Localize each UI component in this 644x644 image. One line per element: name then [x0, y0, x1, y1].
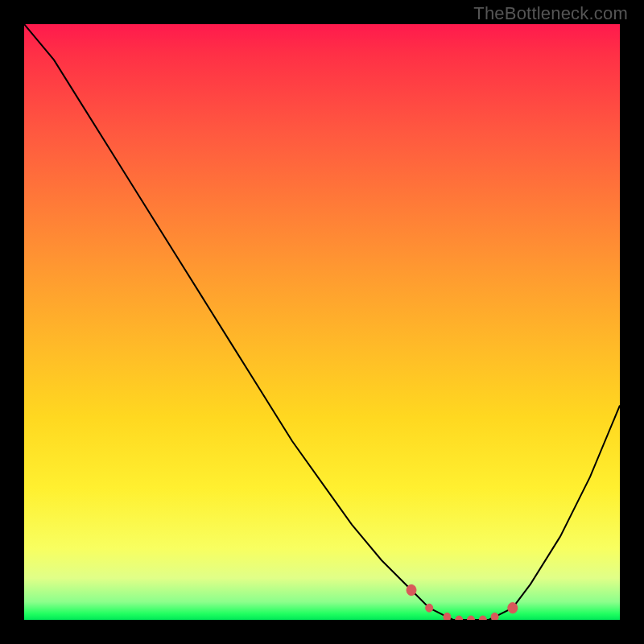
marker-dot [508, 603, 518, 613]
marker-dot [407, 584, 416, 595]
curve-path [24, 24, 620, 620]
bottleneck-curve [24, 24, 620, 620]
marker-dot [426, 604, 433, 612]
plot-area [24, 24, 620, 620]
marker-dot [491, 613, 498, 620]
marker-dot [456, 616, 463, 620]
marker-dot [468, 616, 475, 620]
marker-dot [479, 616, 486, 620]
chart-container: TheBottleneck.com [0, 0, 644, 644]
marker-dot [444, 613, 451, 620]
watermark-text: TheBottleneck.com [473, 3, 628, 24]
